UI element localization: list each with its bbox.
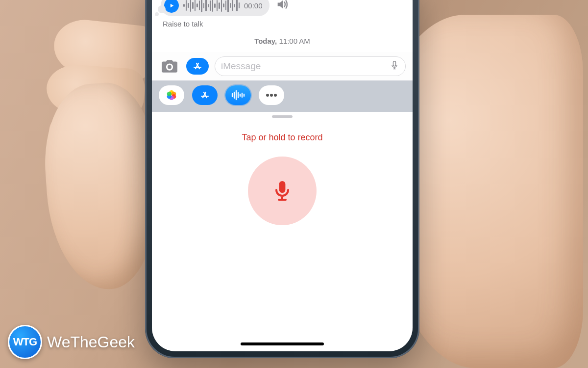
play-icon (169, 2, 175, 9)
app-store-icon (192, 60, 203, 72)
app-store-app-button[interactable] (192, 85, 218, 105)
svg-point-15 (274, 94, 277, 97)
audio-message-app-button[interactable] (225, 85, 251, 105)
photos-app-button[interactable] (159, 85, 184, 105)
record-prompt: Tap or hold to record (152, 132, 413, 143)
messages-thread[interactable]: Today, 10:56 AM 00:00 (152, 0, 413, 45)
camera-button[interactable] (159, 57, 180, 76)
timestamp-day: Today, (254, 37, 277, 45)
audio-message-bubble[interactable]: 00:00 (161, 0, 270, 16)
raise-to-talk-hint: Raise to talk (163, 20, 413, 28)
hand-thumb (40, 80, 162, 293)
dictation-button[interactable] (390, 59, 399, 74)
svg-point-13 (266, 94, 269, 97)
home-indicator[interactable] (241, 342, 324, 345)
audio-record-panel: Tap or hold to record (152, 121, 413, 255)
drawer-grabber[interactable] (152, 112, 413, 121)
more-apps-button[interactable] (259, 85, 284, 105)
audio-duration: 00:00 (244, 1, 263, 10)
photos-icon (165, 89, 178, 102)
microphone-icon (270, 179, 294, 203)
timestamp-2: Today, 11:00 AM (152, 37, 413, 45)
imessage-app-tray[interactable] (152, 80, 413, 112)
watermark-brand: WeTheGeek (47, 333, 135, 351)
iphone-screen: Today, 10:56 AM 00:00 (152, 0, 413, 351)
iphone-frame: Today, 10:56 AM 00:00 (145, 0, 419, 358)
speaker-icon[interactable] (275, 0, 289, 13)
apps-button[interactable] (186, 58, 209, 75)
svg-point-5 (167, 92, 172, 96)
timestamp-time: 11:00 AM (279, 37, 310, 45)
scene-background: Today, 10:56 AM 00:00 (0, 0, 588, 368)
play-button[interactable] (164, 0, 179, 13)
record-button[interactable] (248, 157, 317, 225)
watermark-logo-text: WTG (13, 336, 37, 348)
waveform-icon (183, 0, 240, 12)
message-input-bar: iMessage (152, 52, 413, 80)
watermark: WTG WeTheGeek (8, 325, 135, 359)
audio-message-row: 00:00 (152, 0, 413, 18)
camera-icon (160, 58, 179, 74)
audio-wave-icon (231, 90, 245, 101)
microphone-icon (390, 59, 399, 72)
imessage-placeholder: iMessage (221, 61, 390, 72)
imessage-input[interactable]: iMessage (215, 56, 406, 76)
watermark-logo: WTG (8, 325, 42, 359)
app-store-icon (199, 89, 211, 101)
more-icon (265, 93, 278, 97)
svg-point-14 (270, 94, 273, 97)
